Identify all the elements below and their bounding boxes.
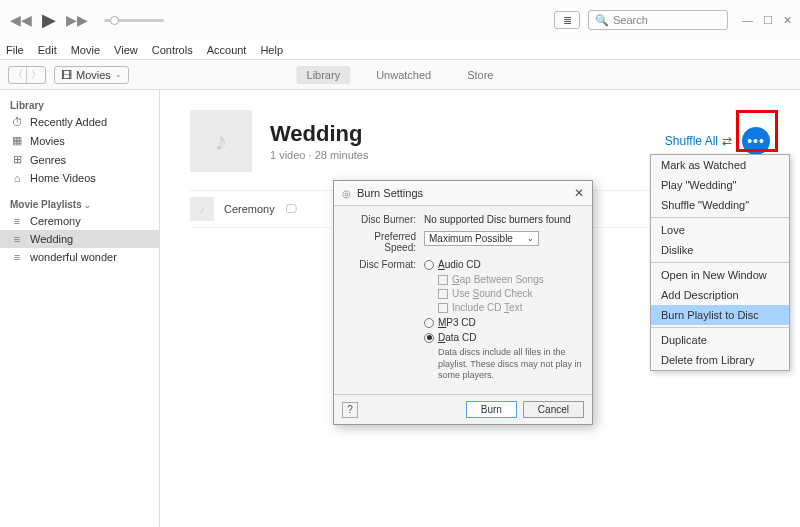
context-menu-item[interactable]: Add Description bbox=[651, 285, 789, 305]
titlebar: ◀◀ ▶ ▶▶ ≣ 🔍 Search — ☐ ✕ bbox=[0, 0, 800, 40]
sidebar: Library ⏱Recently Added ▦Movies ⊞Genres … bbox=[0, 90, 160, 527]
sidebar-item-home-videos[interactable]: ⌂Home Videos bbox=[0, 169, 159, 187]
chk-include-cd-text: Include CD Text bbox=[438, 302, 582, 313]
shuffle-icon: ⇄ bbox=[722, 134, 732, 148]
context-menu-item[interactable]: Love bbox=[651, 220, 789, 240]
burn-settings-dialog: ◎ Burn Settings ✕ Disc Burner: No suppor… bbox=[333, 180, 593, 425]
nav-arrows: 〈 〉 bbox=[8, 66, 46, 84]
film-icon: 🎞 bbox=[61, 69, 72, 81]
playlist-icon: ≡ bbox=[10, 251, 24, 263]
search-icon: 🔍 bbox=[595, 14, 609, 27]
sidebar-head-playlists: Movie Playlists⌄ bbox=[0, 195, 159, 212]
minimize-button[interactable]: — bbox=[742, 14, 753, 27]
shuffle-all-link[interactable]: Shuffle All ⇄ bbox=[665, 134, 732, 148]
tab-unwatched[interactable]: Unwatched bbox=[366, 66, 441, 84]
dialog-title: Burn Settings bbox=[357, 187, 574, 199]
dialog-icon: ◎ bbox=[342, 188, 351, 199]
sidebar-playlist-wedding[interactable]: ≡Wedding bbox=[0, 230, 159, 248]
maximize-button[interactable]: ☐ bbox=[763, 14, 773, 27]
menu-movie[interactable]: Movie bbox=[71, 44, 100, 56]
nav-forward-button[interactable]: 〉 bbox=[27, 67, 45, 83]
context-menu-item[interactable]: Burn Playlist to Disc bbox=[651, 305, 789, 325]
context-menu-separator bbox=[651, 262, 789, 263]
context-menu-separator bbox=[651, 217, 789, 218]
cancel-button[interactable]: Cancel bbox=[523, 401, 584, 418]
burn-button[interactable]: Burn bbox=[466, 401, 517, 418]
device-icon: 🖵 bbox=[285, 202, 297, 216]
next-track-button[interactable]: ▶▶ bbox=[64, 10, 90, 30]
tab-store[interactable]: Store bbox=[457, 66, 503, 84]
context-menu: Mark as WatchedPlay "Wedding"Shuffle "We… bbox=[650, 154, 790, 371]
sidebar-head-library: Library bbox=[0, 96, 159, 113]
context-menu-item[interactable]: Open in New Window bbox=[651, 265, 789, 285]
close-button[interactable]: ✕ bbox=[783, 14, 792, 27]
context-menu-item[interactable]: Play "Wedding" bbox=[651, 175, 789, 195]
radio-data-cd[interactable]: Data CD bbox=[424, 332, 582, 343]
menu-account[interactable]: Account bbox=[207, 44, 247, 56]
category-label: Movies bbox=[76, 69, 111, 81]
prev-track-button[interactable]: ◀◀ bbox=[8, 10, 34, 30]
menubar: File Edit Movie View Controls Account He… bbox=[0, 40, 800, 60]
subtoolbar: 〈 〉 🎞 Movies ⌄ Library Unwatched Store bbox=[0, 60, 800, 90]
sidebar-item-recently-added[interactable]: ⏱Recently Added bbox=[0, 113, 159, 131]
preferred-speed-label: Preferred Speed: bbox=[344, 231, 424, 253]
context-menu-item[interactable]: Dislike bbox=[651, 240, 789, 260]
context-menu-item[interactable]: Mark as Watched bbox=[651, 155, 789, 175]
clock-icon: ⏱ bbox=[10, 116, 24, 128]
context-menu-item[interactable]: Duplicate bbox=[651, 330, 789, 350]
dialog-titlebar: ◎ Burn Settings ✕ bbox=[334, 181, 592, 206]
sidebar-item-movies[interactable]: ▦Movies bbox=[0, 131, 159, 150]
playback-controls: ◀◀ ▶ ▶▶ bbox=[8, 7, 164, 33]
view-tabs: Library Unwatched Store bbox=[297, 66, 504, 84]
context-menu-separator bbox=[651, 327, 789, 328]
search-input[interactable]: 🔍 Search bbox=[588, 10, 728, 30]
disc-burner-label: Disc Burner: bbox=[344, 214, 424, 225]
sidebar-playlist-wonderful-wonder[interactable]: ≡wonderful wonder bbox=[0, 248, 159, 266]
play-button[interactable]: ▶ bbox=[40, 7, 58, 33]
genres-icon: ⊞ bbox=[10, 153, 24, 166]
radio-mp3-cd[interactable]: MP3 CD bbox=[424, 317, 582, 328]
tab-library[interactable]: Library bbox=[297, 66, 351, 84]
playlist-artwork: ♪ bbox=[190, 110, 252, 172]
menu-view[interactable]: View bbox=[114, 44, 138, 56]
track-artwork: ♪ bbox=[190, 197, 214, 221]
menu-edit[interactable]: Edit bbox=[38, 44, 57, 56]
menu-file[interactable]: File bbox=[6, 44, 24, 56]
dialog-close-button[interactable]: ✕ bbox=[574, 186, 584, 200]
chk-gap-between-songs: Gap Between Songs bbox=[438, 274, 582, 285]
menu-help[interactable]: Help bbox=[260, 44, 283, 56]
menu-controls[interactable]: Controls bbox=[152, 44, 193, 56]
grid-icon: ▦ bbox=[10, 134, 24, 147]
playlist-icon: ≡ bbox=[10, 215, 24, 227]
chevron-down-icon: ⌄ bbox=[527, 234, 534, 243]
chevron-down-icon[interactable]: ⌄ bbox=[84, 201, 91, 210]
playlist-icon: ≡ bbox=[10, 233, 24, 245]
data-cd-hint: Data discs include all files in the play… bbox=[438, 347, 582, 382]
chevron-down-icon: ⌄ bbox=[115, 70, 122, 79]
volume-control[interactable] bbox=[104, 19, 164, 22]
window-controls: — ☐ ✕ bbox=[742, 14, 792, 27]
chk-use-sound-check: Use Sound Check bbox=[438, 288, 582, 299]
playlist-title: Wedding bbox=[270, 121, 368, 147]
category-select[interactable]: 🎞 Movies ⌄ bbox=[54, 66, 129, 84]
home-icon: ⌂ bbox=[10, 172, 24, 184]
disc-burner-value: No supported Disc burners found bbox=[424, 214, 582, 225]
disc-format-label: Disc Format: bbox=[344, 259, 424, 382]
preferred-speed-select[interactable]: Maximum Possible⌄ bbox=[424, 231, 539, 246]
context-menu-item[interactable]: Delete from Library bbox=[651, 350, 789, 370]
radio-audio-cd[interactable]: Audio CD bbox=[424, 259, 582, 270]
search-placeholder: Search bbox=[613, 14, 648, 26]
track-name: Ceremony bbox=[224, 203, 275, 215]
sidebar-playlist-ceremony[interactable]: ≡Ceremony bbox=[0, 212, 159, 230]
more-options-button[interactable]: ••• bbox=[742, 127, 770, 155]
context-menu-item[interactable]: Shuffle "Wedding" bbox=[651, 195, 789, 215]
nav-back-button[interactable]: 〈 bbox=[9, 67, 27, 83]
playlist-subtitle: 1 video · 28 minutes bbox=[270, 149, 368, 161]
list-view-button[interactable]: ≣ bbox=[554, 11, 580, 29]
help-button[interactable]: ? bbox=[342, 402, 358, 418]
sidebar-item-genres[interactable]: ⊞Genres bbox=[0, 150, 159, 169]
